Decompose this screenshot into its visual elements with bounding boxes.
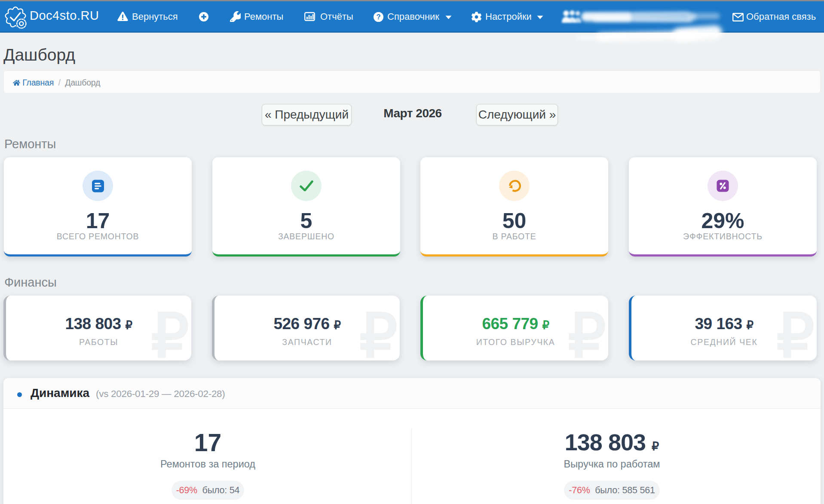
svg-text:?: ? <box>376 13 380 21</box>
